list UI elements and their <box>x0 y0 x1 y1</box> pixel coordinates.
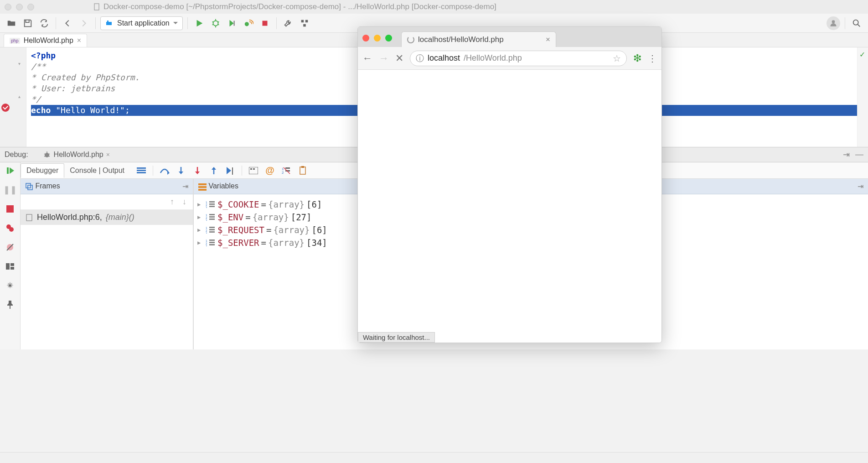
inspection-ok-icon: ✓ <box>859 50 865 59</box>
editor-gutter[interactable]: ▾ ▴ <box>0 47 26 147</box>
browser-viewport: Waiting for localhost... <box>358 70 661 343</box>
browser-menu-icon[interactable]: ⋮ <box>648 53 657 64</box>
svg-rect-39 <box>198 189 207 191</box>
settings-icon[interactable] <box>5 280 16 291</box>
step-into-icon[interactable] <box>176 166 186 176</box>
editor-tab-label: HelloWorld.php <box>24 36 73 45</box>
expand-arrow-icon[interactable]: ▶ <box>197 214 204 220</box>
bug-icon <box>43 151 51 159</box>
minimize-icon[interactable]: — <box>855 150 863 160</box>
run-icon[interactable] <box>192 16 206 30</box>
breakpoint-icon[interactable] <box>1 104 10 112</box>
browser-tab[interactable]: localhost/HelloWorld.php × <box>401 31 556 47</box>
pause-icon[interactable]: ❚❚ <box>5 184 16 195</box>
close-tab-icon[interactable]: × <box>77 36 81 45</box>
svg-rect-44 <box>209 203 215 205</box>
chevron-down-icon <box>173 22 178 25</box>
structure-icon[interactable] <box>298 16 311 30</box>
show-execution-point-icon[interactable] <box>136 166 146 176</box>
svg-rect-27 <box>253 168 255 170</box>
avatar-icon[interactable] <box>827 16 840 30</box>
expand-arrow-icon[interactable]: ▶ <box>197 239 204 246</box>
frame-up-icon[interactable]: ↑ <box>170 197 174 207</box>
debug-session-tab[interactable]: HelloWorld.php × <box>37 149 115 161</box>
browser-close-icon[interactable] <box>362 35 369 42</box>
svg-rect-1 <box>106 22 112 25</box>
expand-arrow-icon[interactable]: ▶ <box>197 201 204 208</box>
pin-icon[interactable] <box>5 299 16 310</box>
evaluate-icon[interactable] <box>248 166 258 176</box>
browser-back-icon[interactable]: ← <box>362 52 372 64</box>
svg-rect-51 <box>209 218 215 220</box>
svg-rect-45 <box>209 206 215 207</box>
svg-rect-30 <box>285 167 290 169</box>
frame-down-icon[interactable]: ↓ <box>182 197 186 207</box>
stop-icon[interactable] <box>258 16 272 30</box>
at-icon[interactable]: @ <box>265 166 275 176</box>
expand-arrow-icon[interactable]: ▶ <box>197 227 204 233</box>
inspection-gutter[interactable]: ✓ <box>857 47 868 147</box>
svg-rect-43 <box>209 201 215 203</box>
layout-icon[interactable] <box>5 261 16 272</box>
move-right-icon[interactable]: ⇥ <box>843 150 850 160</box>
listen-debug-icon[interactable] <box>242 16 255 30</box>
frames-panel: Frames ⇥ ↑ ↓ HelloWorld.php:6, {main}() <box>21 179 194 349</box>
close-session-icon[interactable]: × <box>106 151 110 158</box>
browser-status-text: Waiting for localhost... <box>358 332 435 343</box>
browser-stop-icon[interactable]: ✕ <box>395 52 403 64</box>
editor-tab-active[interactable]: php HelloWorld.php × <box>4 34 87 47</box>
open-icon[interactable] <box>5 16 18 30</box>
svg-rect-0 <box>94 4 99 10</box>
macos-titlebar: Docker-compose-demo [~/PhpstormProjects/… <box>0 0 868 14</box>
dock-icon[interactable]: ⇥ <box>182 182 188 191</box>
run-to-cursor-icon[interactable] <box>225 166 235 176</box>
bookmark-star-icon[interactable]: ☆ <box>613 53 621 64</box>
svg-rect-37 <box>198 183 207 185</box>
browser-minimize-icon[interactable] <box>374 35 381 42</box>
debug-icon[interactable] <box>209 16 222 30</box>
step-out-icon[interactable] <box>209 166 219 176</box>
debug-session-label: HelloWorld.php <box>54 151 103 159</box>
window-zoom-dot[interactable] <box>27 4 34 10</box>
resume-icon[interactable] <box>5 165 16 176</box>
search-icon[interactable] <box>850 16 863 30</box>
svg-rect-62 <box>209 242 215 243</box>
sort-icon[interactable]: 12 <box>281 166 291 176</box>
extension-icon[interactable]: ❇ <box>633 52 641 64</box>
dock-vars-icon[interactable]: ⇥ <box>858 182 863 191</box>
forward-icon[interactable] <box>77 16 91 30</box>
debugger-tab[interactable]: Debugger <box>21 163 64 178</box>
browser-forward-icon[interactable]: → <box>379 52 389 64</box>
wrench-icon[interactable] <box>281 16 295 30</box>
window-close-dot[interactable] <box>5 4 11 10</box>
file-icon <box>93 3 101 10</box>
svg-point-11 <box>45 153 49 157</box>
browser-url-bar[interactable]: ⓘ localhost/HelloWorld.php ☆ <box>410 51 627 66</box>
svg-rect-12 <box>7 167 9 174</box>
clipboard-icon[interactable] <box>298 166 308 176</box>
info-icon[interactable]: ⓘ <box>416 53 424 64</box>
mute-breakpoints-icon[interactable] <box>5 242 16 253</box>
step-over-icon[interactable] <box>160 166 170 176</box>
php-file-icon: php <box>10 38 20 44</box>
window-minimize-dot[interactable] <box>16 4 23 10</box>
force-step-into-icon[interactable] <box>192 166 202 176</box>
fold-end-icon[interactable]: ▴ <box>18 94 21 99</box>
debug-label: Debug: <box>5 151 28 159</box>
console-tab[interactable]: Console | Output <box>64 164 130 177</box>
back-icon[interactable] <box>61 16 74 30</box>
svg-text:3: 3 <box>206 206 207 208</box>
stop-debug-icon[interactable] <box>5 203 16 214</box>
browser-tab-close-icon[interactable]: × <box>546 35 550 44</box>
save-icon[interactable] <box>21 16 35 30</box>
browser-zoom-icon[interactable] <box>385 35 392 42</box>
sync-icon[interactable] <box>37 16 51 30</box>
svg-rect-5 <box>262 21 267 26</box>
fold-icon[interactable]: ▾ <box>18 61 21 66</box>
run-configuration-selector[interactable]: Start application <box>100 16 183 30</box>
svg-point-4 <box>244 22 248 26</box>
svg-point-15 <box>9 227 14 232</box>
view-breakpoints-icon[interactable] <box>5 223 16 234</box>
coverage-icon[interactable] <box>225 16 239 30</box>
frame-item[interactable]: HelloWorld.php:6, {main}() <box>21 210 193 225</box>
